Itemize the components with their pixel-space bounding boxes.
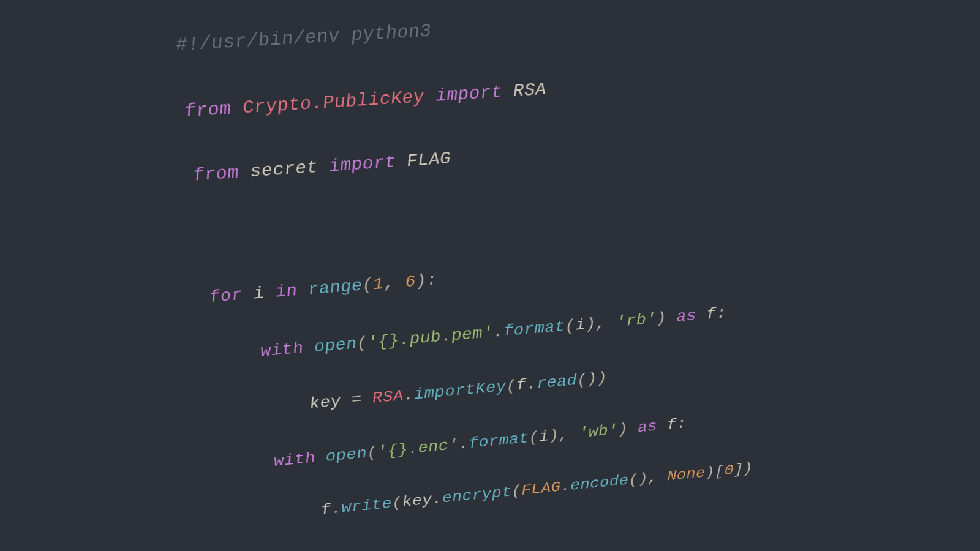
method: encrypt (442, 484, 512, 506)
punct: : (716, 304, 726, 323)
variable: i (575, 316, 586, 334)
punct: ( (511, 482, 522, 500)
punct: ), (549, 425, 579, 444)
code-line: for i in range(1, 6): (208, 241, 758, 312)
punct: . (458, 435, 469, 453)
variable: f (657, 416, 677, 435)
punct: . (432, 490, 443, 508)
module-name: Crypto.PublicKey (241, 86, 425, 118)
variable: f (696, 305, 717, 324)
punct: ): (415, 271, 438, 291)
import-name: RSA (513, 79, 546, 101)
punct: . (560, 478, 571, 495)
module-name: secret (249, 157, 319, 182)
string: 'wb' (578, 421, 618, 441)
punct: ]) (734, 460, 753, 478)
punct: , (383, 273, 405, 293)
variable: i (252, 284, 266, 304)
builtin-open: open (313, 335, 357, 356)
punct: ) (618, 420, 638, 438)
keyword-import: import (435, 82, 503, 107)
method: importKey (413, 378, 507, 403)
method: encode (570, 472, 629, 493)
number: 6 (404, 272, 417, 291)
builtin-open: open (325, 444, 368, 465)
punct: : (677, 415, 687, 432)
code-line: from Crypto.PublicKey import RSA (183, 60, 761, 127)
import-name: FLAG (406, 148, 451, 171)
method: read (537, 372, 578, 392)
method-format: format (503, 318, 565, 340)
punct: ( (506, 377, 517, 395)
method-format: format (468, 430, 529, 452)
string: 'rb' (616, 310, 656, 331)
python-code: #!/usr/bin/env python3 from Crypto.Publi… (169, 0, 763, 551)
keyword-from: from (183, 99, 232, 122)
variable: i (538, 428, 549, 446)
shebang-comment: #!/usr/bin/env python3 (175, 20, 432, 56)
keyword-in: in (274, 281, 298, 301)
none-literal: None (667, 465, 706, 484)
string: '{}.pub.pem' (367, 323, 494, 351)
keyword-import: import (328, 152, 397, 176)
code-line-blank (200, 182, 759, 253)
code-snippet: #!/usr/bin/env python3 from Crypto.Publi… (169, 0, 763, 551)
variable: key (309, 392, 342, 413)
code-line: #!/usr/bin/env python3 (173, 0, 762, 62)
string: '{}.enc' (377, 437, 459, 461)
punct: . (492, 323, 503, 341)
punct: . (526, 375, 537, 393)
punct: ( (529, 429, 539, 446)
keyword-as: as (676, 307, 696, 326)
punct: )[ (706, 463, 725, 481)
keyword-from: from (192, 163, 240, 186)
keyword-with: with (273, 449, 316, 470)
punct: ) (656, 309, 676, 328)
punct: ), (586, 313, 616, 334)
class-name: RSA (372, 387, 404, 407)
method: write (341, 495, 393, 517)
number: 0 (725, 462, 734, 479)
code-line: from secret import FLAG (191, 122, 760, 192)
variable: key (401, 491, 432, 510)
punct: . (403, 386, 415, 405)
variable: f (516, 376, 527, 394)
builtin-range: range (307, 276, 363, 299)
keyword-as: as (638, 418, 657, 437)
constant: FLAG (521, 479, 561, 499)
punct: ()) (577, 369, 608, 389)
punct: ( (565, 317, 576, 335)
punct: = (340, 390, 373, 410)
keyword-with: with (259, 339, 304, 361)
keyword-for: for (208, 285, 244, 307)
punct: (), (628, 468, 667, 488)
